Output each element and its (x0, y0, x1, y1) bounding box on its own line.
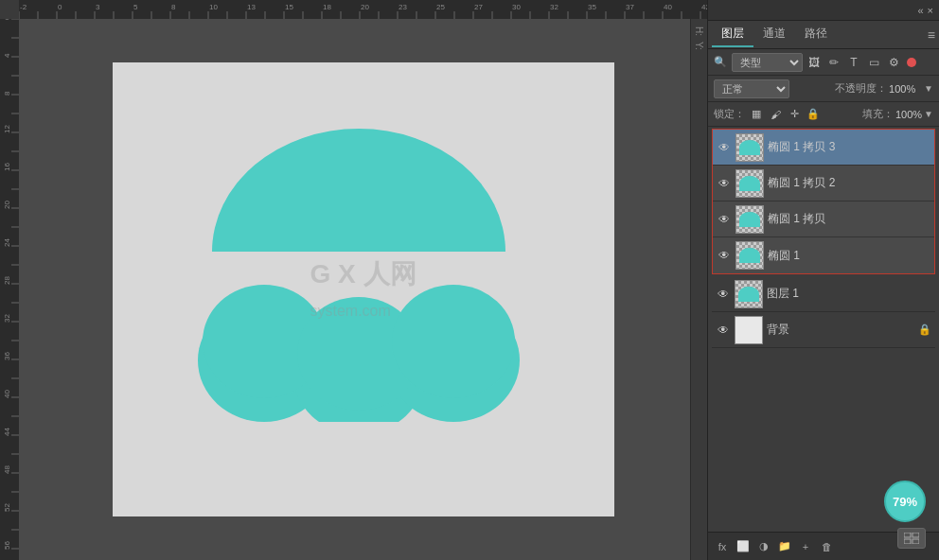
layer-name: 椭圆 1 拷贝 2 (768, 175, 930, 191)
layer-item[interactable]: 👁 背景 🔒 (712, 312, 935, 348)
mode-opacity-row: 正常 不透明度： 100% ▼ (708, 76, 939, 102)
lock-image-icon[interactable]: 🖌 (768, 107, 783, 122)
fill-label: 填充： (862, 107, 894, 121)
layer-thumbnail (735, 205, 764, 234)
add-style-icon[interactable]: fx (714, 538, 731, 555)
lock-fill-row: 锁定： ▦ 🖌 ✛ 🔒 填充： 100% ▼ (708, 102, 939, 127)
layer-group: 👁 椭圆 1 拷贝 3 👁 椭圆 1 拷贝 2 👁 (712, 129, 935, 274)
layer-name: 椭圆 1 拷贝 3 (768, 139, 930, 155)
close-panel-button[interactable]: × (928, 5, 933, 16)
opacity-arrow[interactable]: ▼ (924, 83, 933, 94)
layer-name: 背景 (767, 322, 914, 338)
tab-paths[interactable]: 路径 (795, 22, 837, 47)
layer-name: 椭圆 1 (768, 248, 930, 264)
arrange-icon[interactable] (897, 528, 926, 549)
layer-item[interactable]: 👁 椭圆 1 拷贝 3 (713, 130, 934, 166)
lock-transparent-icon[interactable]: ▦ (749, 107, 764, 122)
svg-rect-9 (912, 533, 919, 537)
lock-all-icon[interactable]: 🔒 (806, 107, 821, 122)
layer-visibility-toggle[interactable]: 👁 (716, 323, 731, 338)
lock-label: 锁定： (714, 107, 745, 121)
y-property-label: Y: (694, 42, 704, 50)
side-properties-panel: H: Y: (690, 19, 707, 560)
layer-thumbnail (735, 280, 763, 308)
layer-visibility-toggle[interactable]: 👁 (717, 248, 732, 263)
svg-rect-11 (912, 539, 919, 544)
layer-thumbnail (735, 133, 764, 162)
fill-arrow[interactable]: ▼ (924, 109, 933, 119)
new-layer-icon[interactable]: + (797, 538, 814, 555)
delete-layer-icon[interactable]: 🗑 (818, 538, 835, 555)
filter-icon-shape[interactable]: ▭ (865, 54, 882, 71)
layer-name: 图层 1 (767, 286, 931, 302)
filter-active-indicator (907, 58, 916, 67)
opacity-label: 不透明度： (835, 81, 887, 96)
svg-rect-8 (904, 533, 911, 537)
filter-toolbar: 🔍 类型 🖼 ✏ T ▭ ⚙ (708, 49, 939, 76)
panel-menu-button[interactable]: ≡ (928, 27, 935, 43)
filter-type-select[interactable]: 类型 (732, 53, 803, 72)
filter-icon-brush[interactable]: ✏ (825, 54, 842, 71)
layer-visibility-toggle[interactable]: 👁 (717, 176, 732, 191)
svg-rect-10 (904, 539, 911, 544)
filter-icon-smart[interactable]: ⚙ (885, 54, 902, 71)
layer-visibility-toggle[interactable]: 👁 (716, 287, 731, 302)
filter-icon: 🔍 (714, 56, 727, 68)
panel-tabs: 图层 通道 路径 ≡ (708, 21, 939, 49)
arrange-svg (904, 533, 919, 544)
lock-position-icon[interactable]: ✛ (787, 107, 802, 122)
layer-item[interactable]: 👁 椭圆 1 拷贝 2 (713, 166, 934, 201)
layers-panel: « × 图层 通道 路径 ≡ 🔍 类型 🖼 ✏ T ▭ ⚙ 正常 不透明度： 1… (707, 0, 939, 560)
filter-icon-image[interactable]: 🖼 (806, 54, 823, 71)
layer-name: 椭圆 1 拷贝 (768, 211, 930, 227)
fill-value[interactable]: 100% (895, 109, 922, 120)
blend-mode-select[interactable]: 正常 (714, 79, 789, 98)
filter-icon-text[interactable]: T (845, 54, 862, 71)
svg-point-7 (392, 285, 515, 398)
horizontal-ruler (19, 0, 707, 19)
adjustment-icon[interactable]: ◑ (755, 538, 772, 555)
panel-collapse-row: « × (708, 0, 939, 21)
layer-visibility-toggle[interactable]: 👁 (717, 140, 732, 155)
layer-thumbnail (735, 241, 764, 270)
artwork-svg (188, 119, 529, 422)
add-mask-icon[interactable]: ⬜ (735, 538, 752, 555)
layer-thumbnail (735, 169, 764, 198)
collapse-button[interactable]: « (917, 5, 923, 16)
h-property-label: H: (694, 26, 704, 36)
layer-thumbnail (735, 316, 763, 344)
tab-layers[interactable]: 图层 (712, 22, 753, 47)
canvas-document: G X 人网system.com (113, 62, 614, 516)
layers-list: 👁 椭圆 1 拷贝 3 👁 椭圆 1 拷贝 2 👁 (708, 127, 939, 532)
vertical-ruler (0, 19, 19, 560)
zoom-badge[interactable]: 79% (884, 481, 926, 522)
layer-item[interactable]: 👁 椭圆 1 (713, 237, 934, 273)
opacity-value[interactable]: 100% (889, 83, 922, 95)
layer-item[interactable]: 👁 椭圆 1 拷贝 (713, 201, 934, 237)
background-lock-icon: 🔒 (918, 324, 931, 336)
canvas-area: G X 人网system.com (19, 19, 707, 560)
tab-channels[interactable]: 通道 (753, 22, 795, 47)
layer-item[interactable]: 👁 图层 1 (712, 276, 935, 312)
group-icon[interactable]: 📁 (776, 538, 793, 555)
layer-visibility-toggle[interactable]: 👁 (717, 212, 732, 227)
